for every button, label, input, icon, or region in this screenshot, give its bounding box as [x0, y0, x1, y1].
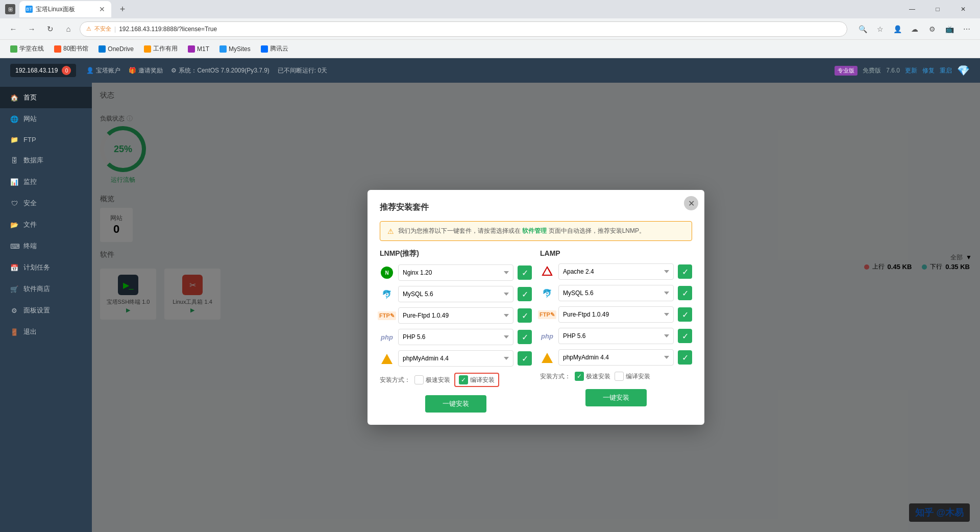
- bookmark-icon: [261, 45, 268, 53]
- browser-titlebar: ⊞ BT 宝塔Linux面板 ✕ + — □ ✕: [0, 0, 980, 18]
- bookmark-tencentcloud[interactable]: 腾讯云: [257, 43, 292, 54]
- cloud-icon[interactable]: ☁: [908, 22, 922, 36]
- tab-favicon: BT: [26, 6, 33, 13]
- lnmp-nginx-check: ✓: [518, 265, 532, 280]
- software-mgmt-link[interactable]: 软件管理: [522, 227, 547, 234]
- lnmp-ftp-row: FTP✎ Pure-Ftpd 1.0.49 ✓: [380, 307, 532, 324]
- lnmp-compile-checkbox[interactable]: ✓: [459, 375, 468, 384]
- forward-btn[interactable]: →: [24, 22, 39, 36]
- cast-icon[interactable]: 📺: [942, 22, 957, 36]
- diamond-icon[interactable]: 💎: [957, 64, 970, 77]
- window-controls: — □ ✕: [900, 1, 975, 17]
- lnmp-fast-checkbox[interactable]: [414, 375, 424, 384]
- system-info: ⚙ 系统：CentOS 7.9.2009(Py3.7.9): [171, 66, 269, 75]
- lamp-ftp-check: ✓: [678, 307, 692, 322]
- sidebar-item-cron[interactable]: 📅 计划任务: [0, 257, 92, 278]
- minimize-btn[interactable]: —: [900, 1, 924, 17]
- new-tab-btn[interactable]: +: [115, 2, 130, 16]
- packages-grid: LNMP(推荐) N Nginx 1.20 Nginx 1.18: [380, 249, 692, 413]
- lnmp-phpmyadmin-select[interactable]: phpMyAdmin 4.4: [398, 350, 513, 367]
- free-version-label: 免费版: [863, 66, 881, 75]
- bookmark-80library[interactable]: 80图书馆: [50, 43, 92, 54]
- sidebar-item-terminal[interactable]: ⌨ 终端: [0, 235, 92, 257]
- reload-link[interactable]: 重启: [940, 66, 952, 75]
- bookmark-onedrive[interactable]: OneDrive: [94, 44, 138, 54]
- back-btn[interactable]: ←: [6, 22, 20, 36]
- bookmarks-bar: 学堂在线 80图书馆 OneDrive 工作有用 M1T MySites 腾讯云: [0, 40, 980, 58]
- security-text: 不安全: [94, 25, 111, 33]
- lamp-apache-select[interactable]: Apache 2.4 Apache 2.2: [558, 263, 674, 280]
- bookmark-mysites[interactable]: MySites: [215, 44, 255, 54]
- sidebar-item-monitor[interactable]: 📊 监控: [0, 171, 92, 192]
- warning-banner: ⚠ 我们为您推荐以下一键套件，请按需选择或在 软件管理 页面中自动选择，推荐安装…: [380, 221, 692, 241]
- maximize-btn[interactable]: □: [926, 1, 949, 17]
- lnmp-mysql-check: ✓: [518, 287, 532, 301]
- home-btn[interactable]: ⌂: [61, 22, 76, 36]
- lamp-ftp-row: FTP✎ Pure-Ftpd 1.0.49 ✓: [540, 306, 692, 323]
- sidebar-item-logout[interactable]: 🚪 退出: [0, 321, 92, 343]
- ext-icon[interactable]: ⚙: [925, 22, 939, 36]
- bookmark-xuetangzaixin[interactable]: 学堂在线: [6, 43, 48, 54]
- lamp-column: LAMP: [540, 249, 692, 413]
- lamp-compile-checkbox[interactable]: [615, 372, 624, 381]
- lamp-apache-row: Apache 2.4 Apache 2.2 ✓: [540, 263, 692, 280]
- lamp-php-select[interactable]: PHP 5.6 PHP 7.0 PHP 7.4 PHP 8.0: [558, 328, 674, 344]
- sidebar-item-security[interactable]: 🛡 安全: [0, 192, 92, 214]
- store-icon: 🛒: [10, 285, 18, 293]
- mysql-icon: 🐬: [380, 287, 394, 301]
- profile-icon[interactable]: 👤: [890, 22, 904, 36]
- tab-close-btn[interactable]: ✕: [99, 5, 105, 13]
- user-account-link[interactable]: 👤 宝塔账户: [86, 66, 120, 75]
- lamp-install-btn[interactable]: 一键安装: [585, 389, 647, 406]
- website-icon: 🌐: [10, 115, 18, 123]
- lnmp-php-select[interactable]: PHP 5.6 PHP 7.0 PHP 7.4 PHP 8.0: [398, 329, 513, 345]
- search-icon[interactable]: 🔍: [855, 22, 870, 36]
- lamp-php-row: php PHP 5.6 PHP 7.0 PHP 7.4 PHP 8.0 ✓: [540, 328, 692, 344]
- nginx-icon: N: [380, 265, 394, 280]
- lnmp-nginx-select[interactable]: Nginx 1.20 Nginx 1.18: [398, 264, 513, 281]
- logout-icon: 🚪: [10, 328, 18, 336]
- lamp-fast-checkbox[interactable]: ✓: [575, 372, 584, 381]
- sidebar-item-files[interactable]: 📂 文件: [0, 214, 92, 235]
- sidebar-item-database[interactable]: 🗄 数据库: [0, 150, 92, 171]
- lamp-phpmyadmin-select[interactable]: phpMyAdmin 4.4: [558, 349, 674, 366]
- lnmp-ftp-select[interactable]: Pure-Ftpd 1.0.49: [398, 307, 513, 324]
- lamp-compile-option[interactable]: 编译安装: [615, 372, 650, 381]
- sidebar-item-settings[interactable]: ⚙ 面板设置: [0, 300, 92, 321]
- browser-menu-icon[interactable]: ⊞: [5, 4, 15, 14]
- close-btn[interactable]: ✕: [951, 1, 975, 17]
- lamp-fast-option[interactable]: ✓ 极速安装: [575, 372, 610, 381]
- bookmark-icon: [10, 45, 17, 53]
- bookmark-work[interactable]: 工作有用: [140, 43, 182, 54]
- lnmp-mysql-select[interactable]: MySQL 5.6 MySQL 5.7 MySQL 8.0: [398, 286, 513, 302]
- star-icon[interactable]: ☆: [873, 22, 887, 36]
- header-right: 专业版 免费版 7.6.0 更新 修复 重启 💎: [835, 64, 970, 77]
- sidebar-item-home[interactable]: 🏠 首页: [0, 87, 92, 108]
- invite-link[interactable]: 🎁 邀请奖励: [129, 66, 163, 75]
- security-warning: ⚠: [86, 26, 91, 32]
- ip-text: 192.168.43.119: [15, 67, 58, 74]
- bookmark-m1t[interactable]: M1T: [184, 44, 213, 54]
- sidebar-item-website[interactable]: 🌐 网站: [0, 108, 92, 130]
- more-icon[interactable]: ⋯: [960, 22, 974, 36]
- lamp-ftp-select[interactable]: Pure-Ftpd 1.0.49: [558, 306, 674, 323]
- lamp-mysql-select[interactable]: MySQL 5.6 MySQL 5.7 MySQL 8.0: [558, 285, 674, 301]
- sidebar-item-store[interactable]: 🛒 软件商店: [0, 278, 92, 300]
- lnmp-install-btn[interactable]: 一键安装: [425, 395, 486, 413]
- lnmp-compile-option[interactable]: ✓ 编译安装: [454, 373, 499, 387]
- phpmyadmin-icon: [380, 351, 394, 366]
- lnmp-fast-option[interactable]: 极速安装: [414, 375, 450, 384]
- lnmp-ftp-check: ✓: [518, 308, 532, 323]
- refresh-btn[interactable]: ↻: [43, 22, 57, 36]
- modal-close-btn[interactable]: ✕: [684, 196, 698, 210]
- repair-link[interactable]: 修复: [922, 66, 935, 75]
- lnmp-install-method: 安装方式： 极速安装 ✓ 编译安装: [380, 373, 532, 387]
- address-bar[interactable]: ⚠ 不安全 | 192.168.43.119:8888/?license=Tru…: [80, 21, 847, 37]
- browser-tab[interactable]: BT 宝塔Linux面板 ✕: [19, 1, 111, 17]
- lnmp-php-row: php PHP 5.6 PHP 7.0 PHP 7.4 PHP 8.0 ✓: [380, 329, 532, 345]
- mysql-icon-lamp: 🐬: [540, 286, 554, 300]
- sidebar-item-ftp[interactable]: 📁 FTP: [0, 130, 92, 150]
- gear-icon: ⚙: [171, 67, 177, 74]
- security-icon: 🛡: [10, 200, 18, 207]
- update-link[interactable]: 更新: [905, 66, 917, 75]
